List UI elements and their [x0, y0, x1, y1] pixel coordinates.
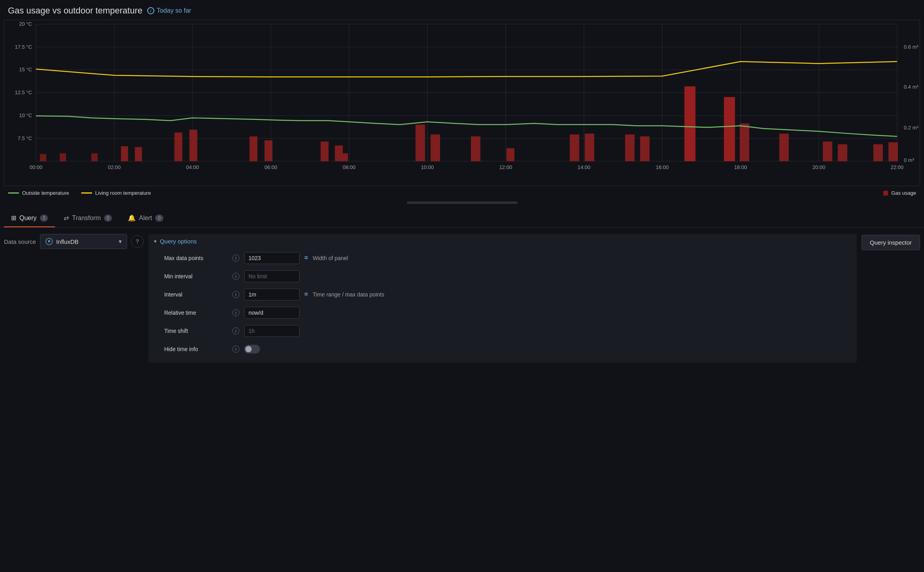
- svg-rect-60: [640, 137, 650, 162]
- tabs-area: ⊞ Query 3 ⇄ Transform 0 🔔 Alert 0: [0, 209, 924, 228]
- datasource-select[interactable]: InfluxDB ▾: [40, 234, 127, 249]
- svg-text:02:00: 02:00: [108, 164, 121, 170]
- tab-transform-badge: 0: [104, 215, 112, 222]
- transform-icon: ⇄: [64, 214, 69, 222]
- chart-svg: 20 °C 17.5 °C 15 °C 12.5 °C 10 °C 7.5 °C…: [4, 20, 920, 186]
- outside-temp-color: [8, 192, 19, 194]
- svg-rect-67: [873, 144, 883, 162]
- hide-time-info-info[interactable]: i: [232, 346, 239, 353]
- min-interval-info[interactable]: i: [232, 273, 239, 280]
- svg-text:00:00: 00:00: [30, 164, 42, 170]
- svg-text:0.4 m³: 0.4 m³: [904, 84, 918, 90]
- hide-time-info-toggle[interactable]: [244, 345, 260, 353]
- time-shift-info[interactable]: i: [232, 327, 239, 334]
- svg-text:22:00: 22:00: [891, 164, 903, 170]
- svg-text:0.6 m³: 0.6 m³: [904, 44, 918, 50]
- legend-item-gas-usage: Gas usage: [883, 190, 916, 196]
- legend-item-outside-temp: Outside temperature: [8, 190, 69, 196]
- chart-scrollbar: [0, 200, 924, 207]
- chart-area: 20 °C 17.5 °C 15 °C 12.5 °C 10 °C 7.5 °C…: [4, 20, 920, 186]
- tab-query-label: Query: [19, 215, 37, 222]
- tab-alert-label: Alert: [139, 215, 152, 222]
- datasource-help-button[interactable]: ?: [131, 235, 144, 248]
- svg-text:7.5 °C: 7.5 °C: [18, 135, 32, 141]
- svg-text:17.5 °C: 17.5 °C: [15, 44, 32, 50]
- interval-input[interactable]: [244, 289, 300, 300]
- toggle-slider: [244, 345, 260, 353]
- svg-text:12:00: 12:00: [499, 164, 512, 170]
- query-options-header[interactable]: ▾ Query options: [148, 234, 857, 249]
- svg-rect-68: [888, 143, 898, 162]
- gas-usage-label: Gas usage: [891, 190, 916, 196]
- svg-rect-54: [431, 135, 440, 162]
- option-row-min-interval: Min interval i: [164, 269, 849, 283]
- svg-text:14:00: 14:00: [577, 164, 590, 170]
- svg-text:06:00: 06:00: [264, 164, 277, 170]
- tab-query-badge: 3: [40, 215, 48, 222]
- option-row-hide-time-info: Hide time info i: [164, 342, 849, 356]
- panel-title: Gas usage vs outdoor temperature: [8, 6, 142, 16]
- svg-rect-51: [335, 145, 343, 161]
- panel-time-label: Today so far: [157, 7, 191, 14]
- query-options-expandable: ▾ Query options Max data points i = Widt…: [148, 234, 857, 363]
- svg-text:10 °C: 10 °C: [19, 112, 32, 118]
- svg-rect-66: [838, 144, 847, 162]
- interval-label: Interval: [164, 291, 228, 298]
- tab-transform-label: Transform: [72, 215, 101, 222]
- query-options-chevron: ▾: [154, 238, 157, 244]
- max-data-points-label: Max data points: [164, 255, 228, 261]
- svg-rect-50: [321, 142, 328, 162]
- svg-text:12.5 °C: 12.5 °C: [15, 89, 32, 95]
- max-data-points-info[interactable]: i: [232, 255, 239, 262]
- query-icon: ⊞: [11, 214, 16, 222]
- svg-rect-62: [724, 97, 735, 161]
- svg-rect-56: [507, 148, 514, 161]
- time-info-icon: i: [147, 7, 154, 14]
- svg-rect-61: [685, 86, 696, 161]
- max-data-points-input[interactable]: [244, 252, 300, 264]
- influxdb-icon: [45, 238, 53, 245]
- min-interval-input[interactable]: [244, 270, 300, 282]
- datasource-label: Data source: [4, 238, 36, 245]
- datasource-chevron: ▾: [119, 238, 122, 245]
- svg-rect-58: [585, 134, 594, 162]
- outside-temp-label: Outside temperature: [22, 190, 69, 196]
- options-rows: Max data points i = Width of panel Min i…: [148, 249, 857, 363]
- relative-time-info[interactable]: i: [232, 309, 239, 316]
- svg-text:0 m³: 0 m³: [904, 157, 915, 163]
- svg-text:20 °C: 20 °C: [19, 21, 32, 27]
- svg-text:16:00: 16:00: [656, 164, 668, 170]
- option-row-interval: Interval i = Time range / max data point…: [164, 287, 849, 302]
- tab-query[interactable]: ⊞ Query 3: [4, 209, 55, 227]
- time-shift-label: Time shift: [164, 328, 228, 334]
- query-inspector-button[interactable]: Query inspector: [861, 235, 920, 250]
- relative-time-label: Relative time: [164, 310, 228, 316]
- svg-rect-64: [779, 134, 789, 162]
- relative-time-input[interactable]: [244, 307, 300, 319]
- panel-time-info[interactable]: i Today so far: [147, 7, 191, 14]
- time-shift-input[interactable]: [244, 325, 300, 337]
- svg-rect-41: [40, 154, 46, 161]
- query-options-area: Data source InfluxDB ▾ ? ▾ Query options…: [0, 228, 924, 367]
- svg-rect-44: [121, 146, 128, 161]
- option-row-max-data-points: Max data points i = Width of panel: [164, 251, 849, 265]
- datasource-section: Data source InfluxDB ▾ ?: [4, 234, 144, 249]
- living-room-color: [81, 192, 92, 194]
- svg-rect-46: [175, 133, 182, 162]
- tab-alert[interactable]: 🔔 Alert 0: [121, 209, 171, 227]
- svg-text:10:00: 10:00: [421, 164, 434, 170]
- svg-text:18:00: 18:00: [734, 164, 747, 170]
- svg-rect-48: [249, 137, 257, 162]
- interval-info[interactable]: i: [232, 291, 239, 298]
- max-data-points-equals: =: [304, 255, 308, 262]
- option-row-relative-time: Relative time i: [164, 306, 849, 320]
- tab-transform[interactable]: ⇄ Transform 0: [57, 209, 119, 227]
- interval-equals: =: [304, 291, 308, 298]
- svg-rect-63: [740, 124, 749, 162]
- gas-usage-color: [883, 191, 888, 196]
- max-data-points-computed: Width of panel: [313, 255, 348, 261]
- alert-icon: 🔔: [128, 214, 136, 222]
- interval-computed: Time range / max data points: [313, 291, 384, 298]
- hide-time-info-label: Hide time info: [164, 346, 228, 352]
- svg-text:04:00: 04:00: [186, 164, 199, 170]
